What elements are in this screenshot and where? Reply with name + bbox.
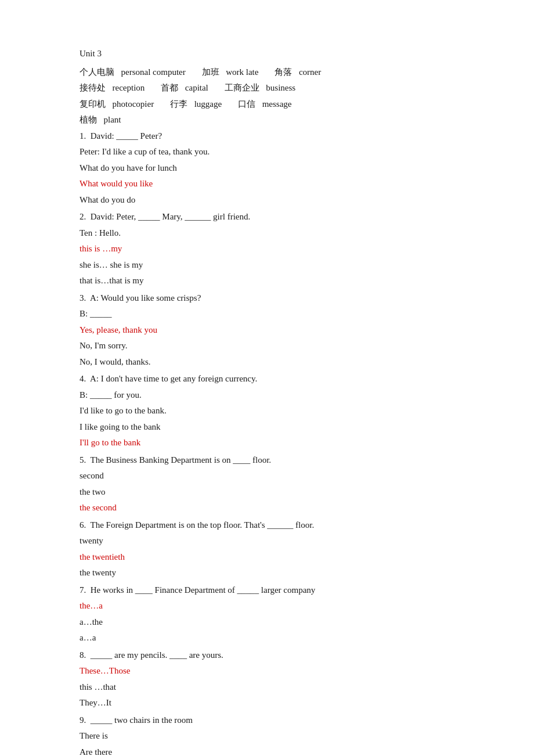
vocab-zh: 工商企业 bbox=[225, 81, 259, 96]
question-line: These…Those bbox=[80, 664, 454, 679]
vocab-item: 接待处 reception bbox=[80, 81, 145, 96]
vocab-zh: 角落 bbox=[275, 65, 292, 80]
question-line: What do you have for lunch bbox=[80, 161, 454, 176]
question-line: No, I'm sorry. bbox=[80, 339, 454, 354]
question-line: the two bbox=[80, 485, 454, 500]
question-block: 3. A: Would you like some crisps?B: ____… bbox=[80, 291, 454, 370]
vocab-zh: 接待处 bbox=[80, 81, 106, 96]
question-line: a…a bbox=[80, 631, 454, 646]
question-line: a…the bbox=[80, 615, 454, 630]
vocab-row: 复印机 photocopier行李 luggage口信 message bbox=[80, 97, 454, 112]
title-text: Unit 3 bbox=[80, 49, 102, 58]
question-block: 6. The Foreign Department is on the top … bbox=[80, 518, 454, 581]
question-line: Ten : Hello. bbox=[80, 226, 454, 241]
question-line: 8. _____ are my pencils. ____ are yours. bbox=[80, 648, 454, 663]
vocab-zh: 个人电脑 bbox=[80, 65, 114, 80]
questions-section: 1. David: _____ Peter?Peter: I'd like a … bbox=[80, 129, 454, 757]
question-line: Yes, please, thank you bbox=[80, 323, 454, 338]
question-line: What do you do bbox=[80, 193, 454, 208]
vocab-en: work late bbox=[226, 65, 258, 80]
question-line: Peter: I'd like a cup of tea, thank you. bbox=[80, 145, 454, 160]
vocab-zh: 首都 bbox=[161, 81, 178, 96]
question-block: 2. David: Peter, _____ Mary, ______ girl… bbox=[80, 210, 454, 289]
question-line: this is …my bbox=[80, 242, 454, 257]
vocab-item: 首都 capital bbox=[161, 81, 208, 96]
vocab-item: 口信 message bbox=[238, 97, 291, 112]
vocab-item: 工商企业 business bbox=[225, 81, 295, 96]
vocab-zh: 行李 bbox=[170, 97, 187, 112]
question-line: 7. He works in ____ Finance Department o… bbox=[80, 583, 454, 598]
vocab-zh: 复印机 bbox=[80, 97, 106, 112]
question-line: 2. David: Peter, _____ Mary, ______ girl… bbox=[80, 210, 454, 225]
question-line: second bbox=[80, 469, 454, 484]
vocab-section: 个人电脑 personal computer加班 work late角落 cor… bbox=[80, 65, 454, 128]
vocab-en: personal computer bbox=[121, 65, 186, 80]
question-line: B: _____ bbox=[80, 307, 454, 322]
vocab-en: message bbox=[262, 97, 292, 112]
question-block: 9. _____ two chairs in the roomThere isA… bbox=[80, 713, 454, 757]
vocab-row: 个人电脑 personal computer加班 work late角落 cor… bbox=[80, 65, 454, 80]
vocab-item: 角落 corner bbox=[275, 65, 321, 80]
question-line: the second bbox=[80, 501, 454, 516]
vocab-item: 行李 luggage bbox=[170, 97, 222, 112]
question-line: she is… she is my bbox=[80, 258, 454, 273]
question-line: I like going to the bank bbox=[80, 420, 454, 435]
vocab-item: 个人电脑 personal computer bbox=[80, 65, 186, 80]
question-line: What would you like bbox=[80, 177, 454, 192]
question-line: They…It bbox=[80, 696, 454, 711]
vocab-item: 复印机 photocopier bbox=[80, 97, 154, 112]
question-line: the twenty bbox=[80, 566, 454, 581]
question-line: I'll go to the bank bbox=[80, 435, 454, 451]
question-line: the twentieth bbox=[80, 550, 454, 565]
question-block: 4. A: I don't have time to get any forei… bbox=[80, 372, 454, 451]
question-line: Are there bbox=[80, 745, 454, 757]
question-line: B: _____ for you. bbox=[80, 388, 454, 403]
vocab-zh: 植物 bbox=[80, 113, 97, 128]
vocab-en: photocopier bbox=[113, 97, 154, 112]
vocab-en: capital bbox=[185, 81, 208, 96]
question-line: 4. A: I don't have time to get any forei… bbox=[80, 372, 454, 387]
vocab-en: luggage bbox=[194, 97, 222, 112]
question-block: 8. _____ are my pencils. ____ are yours.… bbox=[80, 648, 454, 711]
question-line: 9. _____ two chairs in the room bbox=[80, 713, 454, 728]
vocab-zh: 加班 bbox=[202, 65, 219, 80]
question-line: that is…that is my bbox=[80, 273, 454, 289]
question-line: 5. The Business Banking Department is on… bbox=[80, 453, 454, 468]
question-line: 6. The Foreign Department is on the top … bbox=[80, 518, 454, 533]
question-line: I'd like to go to the bank. bbox=[80, 404, 454, 419]
vocab-row: 植物 plant bbox=[80, 113, 454, 128]
question-block: 5. The Business Banking Department is on… bbox=[80, 453, 454, 516]
question-block: 1. David: _____ Peter?Peter: I'd like a … bbox=[80, 129, 454, 208]
vocab-en: reception bbox=[113, 81, 145, 96]
question-block: 7. He works in ____ Finance Department o… bbox=[80, 583, 454, 646]
question-line: There is bbox=[80, 729, 454, 744]
vocab-en: business bbox=[266, 81, 295, 96]
vocab-en: plant bbox=[104, 113, 121, 128]
question-line: No, I would, thanks. bbox=[80, 355, 454, 370]
question-line: 3. A: Would you like some crisps? bbox=[80, 291, 454, 306]
question-line: the…a bbox=[80, 599, 454, 614]
vocab-zh: 口信 bbox=[238, 97, 255, 112]
question-line: this …that bbox=[80, 680, 454, 695]
question-line: twenty bbox=[80, 534, 454, 549]
vocab-item: 植物 plant bbox=[80, 113, 121, 128]
vocab-en: corner bbox=[299, 65, 321, 80]
unit-title: Unit 3 bbox=[80, 46, 454, 62]
vocab-row: 接待处 reception首都 capital工商企业 business bbox=[80, 81, 454, 96]
question-line: 1. David: _____ Peter? bbox=[80, 129, 454, 144]
vocab-item: 加班 work late bbox=[202, 65, 259, 80]
